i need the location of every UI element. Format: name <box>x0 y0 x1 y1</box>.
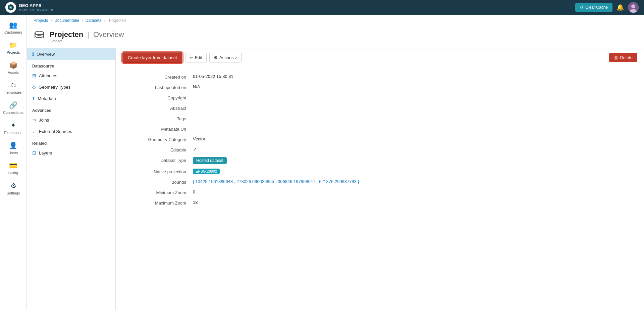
sidebar-item-settings-label: Settings <box>7 191 20 195</box>
sidebar-item-connections[interactable]: 🔗 Connections › <box>0 98 26 118</box>
field-bounds: Bounds [ 10425.1561889648 , 278026.09002… <box>126 179 634 185</box>
edit-label: Edit <box>195 55 202 60</box>
overview-content: Created on 01-05-2022 15:30:31 Last upda… <box>116 67 644 217</box>
app-name: GEO APPS <box>19 3 55 8</box>
sidebar-item-templates-label: Templates <box>5 90 21 94</box>
field-label-native-projection: Native projection <box>126 169 193 174</box>
sec-sidebar-section-related: Related <box>27 137 115 147</box>
field-value-last-updated: N/A <box>193 84 634 89</box>
svg-point-6 <box>35 31 44 35</box>
breadcrumb-documentatie[interactable]: Documentatie <box>54 18 79 23</box>
projection-badge: EPSG:28992 <box>193 169 220 174</box>
billing-icon: 💳 <box>9 162 17 170</box>
sec-sidebar-layers-label: Layers <box>39 150 52 156</box>
page-subtitle: Overview <box>93 30 124 39</box>
sec-sidebar-item-joins[interactable]: ⊃ Joins <box>27 114 115 126</box>
svg-point-2 <box>10 7 11 8</box>
field-min-zoom: Minimum Zoom 0 <box>126 189 634 195</box>
users-expand-icon: › <box>23 146 24 150</box>
sec-sidebar: ℹ Overview Datasource ⊞ Attributes ◇ Geo… <box>27 48 116 310</box>
sec-sidebar-section-advanced: Advanced <box>27 104 115 114</box>
sec-sidebar-item-attributes[interactable]: ⊞ Attributes <box>27 70 115 81</box>
field-label-max-zoom: Maximum Zoom <box>126 200 193 206</box>
sidebar-item-customers-label: Customers <box>4 30 22 34</box>
sidebar-item-billing[interactable]: 💳 Billing › <box>0 158 26 178</box>
sec-sidebar-item-metadata[interactable]: T Metadata <box>27 93 115 104</box>
field-value-created-on: 01-05-2022 15:30:31 <box>193 74 634 79</box>
notifications-bell-icon[interactable]: 🔔 <box>616 4 624 11</box>
sec-sidebar-item-geometry-types[interactable]: ◇ Geometry Types <box>27 81 115 93</box>
page-header: Projecten | Overview Dataset <box>27 26 644 48</box>
topbar: GEO APPS MAPS EVERYWHERE ↺ Clear Cache 🔔 <box>0 0 644 15</box>
sidebar-item-projects[interactable]: 📁 Projects <box>0 38 26 58</box>
sec-sidebar-attributes-label: Attributes <box>39 73 57 78</box>
dataset-type-badge: Hosted dataset <box>193 157 227 164</box>
sidebar-item-users-label: Users <box>8 151 18 155</box>
create-layer-button[interactable]: Create layer from dataset <box>122 52 182 63</box>
toolbar: Create layer from dataset ✏ Edit ⚙ Actio… <box>116 48 644 67</box>
customers-icon: 👥 <box>9 21 17 29</box>
field-label-dataset-type: Dataset Type <box>126 157 193 163</box>
sidebar-item-extensions[interactable]: ✦ Extensions <box>0 118 26 138</box>
grid-icon: ⊞ <box>32 73 36 78</box>
sec-sidebar-overview-label: Overview <box>37 52 55 57</box>
field-label-geometry-category: Geometry Category <box>126 136 193 142</box>
actions-button[interactable]: ⚙ Actions > <box>209 53 242 62</box>
sec-sidebar-item-external-sources[interactable]: ⇌ External Sources <box>27 126 115 137</box>
sidebar-item-assets[interactable]: 📦 Assets › <box>0 58 26 78</box>
sidebar-item-customers[interactable]: 👥 Customers <box>0 17 26 38</box>
avatar[interactable] <box>628 2 639 13</box>
title-divider: | <box>87 30 89 39</box>
breadcrumb-sep3: › <box>104 18 105 23</box>
field-value-dataset-type: Hosted dataset <box>193 157 634 164</box>
external-icon: ⇌ <box>32 129 36 134</box>
field-value-editable: ✓ <box>193 147 634 152</box>
field-max-zoom: Maximum Zoom 18 <box>126 200 634 206</box>
clear-cache-button[interactable]: ↺ Clear Cache <box>575 3 612 12</box>
edit-button[interactable]: ✏ Edit <box>185 53 207 62</box>
breadcrumb: Projects › Documentatie › Datasets › Pro… <box>27 15 644 26</box>
field-label-metadata-url: Metadata Url <box>126 126 193 132</box>
breadcrumb-projects[interactable]: Projects <box>34 18 48 23</box>
field-tags: Tags <box>126 116 634 121</box>
field-label-bounds: Bounds <box>126 179 193 185</box>
sidebar-item-projects-label: Projects <box>7 50 20 54</box>
breadcrumb-sep1: › <box>51 18 52 23</box>
avatar-image <box>628 2 639 13</box>
sec-sidebar-section-datasource: Datasource <box>27 60 115 70</box>
field-dataset-type: Dataset Type Hosted dataset <box>126 157 634 164</box>
field-native-projection: Native projection EPSG:28992 <box>126 169 634 174</box>
delete-button[interactable]: 🗑 Delete <box>609 53 637 62</box>
field-abstract: Abstract <box>126 105 634 111</box>
actions-label: Actions > <box>219 55 237 60</box>
page-title: Projecten <box>50 30 83 39</box>
field-label-last-updated: Last updated on <box>126 84 193 90</box>
sec-sidebar-item-layers[interactable]: ⊟ Layers <box>27 147 115 159</box>
layers-icon: ⊟ <box>32 150 36 156</box>
sidebar-item-settings[interactable]: ⚙ Settings <box>0 178 26 198</box>
clear-cache-label: Clear Cache <box>585 5 608 10</box>
breadcrumb-sep2: › <box>82 18 83 23</box>
field-value-native-projection: EPSG:28992 <box>193 169 634 174</box>
database-icon <box>34 30 45 41</box>
topbar-right: ↺ Clear Cache 🔔 <box>575 2 639 13</box>
field-created-on: Created on 01-05-2022 15:30:31 <box>126 74 634 80</box>
breadcrumb-datasets[interactable]: Datasets <box>86 18 101 23</box>
connections-icon: 🔗 <box>9 101 17 109</box>
shape-icon: ◇ <box>32 84 36 90</box>
page-type: Dataset <box>50 39 124 43</box>
content-area: ℹ Overview Datasource ⊞ Attributes ◇ Geo… <box>27 48 644 310</box>
app-tagline: MAPS EVERYWHERE <box>19 8 55 12</box>
field-geometry-category: Geometry Category Vector <box>126 136 634 142</box>
assets-expand-icon: › <box>23 66 24 70</box>
sec-sidebar-external-label: External Sources <box>39 129 72 134</box>
field-value-max-zoom: 18 <box>193 200 634 205</box>
sidebar-item-templates[interactable]: 🗂 Templates <box>0 78 26 98</box>
extensions-icon: ✦ <box>10 121 16 129</box>
gear-icon: ⚙ <box>214 55 218 60</box>
logo-icon <box>7 4 14 11</box>
edit-icon: ✏ <box>190 55 193 60</box>
sidebar-item-users[interactable]: 👤 Users › <box>0 138 26 158</box>
delete-label: Delete <box>620 55 633 60</box>
sec-sidebar-item-overview[interactable]: ℹ Overview <box>27 48 115 60</box>
